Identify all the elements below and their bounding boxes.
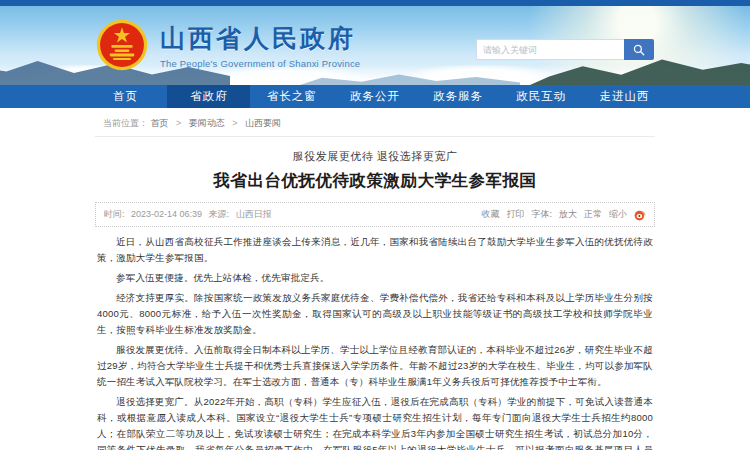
nav-item-governor-window[interactable]: 省长之窗 — [250, 85, 333, 108]
nav-item-gov-citizen-interaction[interactable]: 政民互动 — [500, 85, 583, 108]
main-navigation: 首页 省政府 省长之窗 政务公开 政务服务 政民互动 走进山西 — [0, 85, 750, 108]
content-area: 当前位置： 首页 > 要闻动态 > 山西要闻 服役发展更优待 退役选择更宽广 我… — [95, 108, 655, 450]
article-paragraph: 服役发展更优待。入伍前取得全日制本科以上学历、学士以上学位且经教育部认证的，本科… — [97, 342, 653, 390]
article-paragraph: 经济支持更厚实。除按国家统一政策发放义务兵家庭优待金、学费补偿代偿外，我省还给专… — [97, 290, 653, 338]
article-tools: 收藏 打印 字体: 放大 正常 缩小 — [481, 208, 646, 221]
search-icon — [633, 44, 645, 56]
font-size-label: 字体: — [531, 208, 552, 221]
logo-text: 山西省人民政府 The People's Government of Shanx… — [160, 22, 360, 69]
font-normal-button[interactable]: 正常 — [584, 208, 602, 221]
breadcrumb-separator: > — [232, 118, 237, 128]
article-meta-info: 时间: 2023-02-14 06:39 来源: 山西日报 — [104, 208, 276, 221]
nav-item-gov-affairs-open[interactable]: 政务公开 — [333, 85, 416, 108]
article-paragraph: 参军入伍更便捷。优先上站体检，优先审批定兵。 — [97, 270, 653, 286]
site-title: 山西省人民政府 — [160, 22, 360, 55]
search-input[interactable] — [476, 39, 624, 60]
breadcrumb-link-shanxi-news[interactable]: 山西要闻 — [245, 118, 281, 128]
article-title: 我省出台优抚优待政策激励大学生参军报国 — [95, 170, 655, 192]
nav-item-provincial-government[interactable]: 省政府 — [167, 85, 250, 108]
breadcrumb-link-news[interactable]: 要闻动态 — [189, 118, 225, 128]
national-emblem-icon — [96, 19, 148, 71]
breadcrumb-link-home[interactable]: 首页 — [151, 118, 169, 128]
site-title-english: The People's Government of Shanxi Provin… — [160, 58, 360, 69]
source-label: 来源: — [209, 209, 230, 219]
article-meta-bar: 时间: 2023-02-14 06:39 来源: 山西日报 收藏 打印 字体: … — [95, 202, 655, 227]
article-paragraph: 退役选择更宽广。从2022年开始，高职（专科）学生应征入伍，退役后在完成高职（专… — [97, 394, 653, 450]
nav-item-home[interactable]: 首页 — [84, 85, 167, 108]
breadcrumb-prefix: 当前位置： — [103, 118, 148, 128]
search-bar — [476, 39, 654, 60]
site-banner: 山西省人民政府 The People's Government of Shanx… — [0, 6, 750, 85]
article-paragraph: 近日，从山西省高校征兵工作推进座谈会上传来消息，近几年，国家和我省陆续出台了鼓励… — [97, 234, 653, 266]
breadcrumb-separator: > — [176, 118, 181, 128]
article-subtitle: 服役发展更优待 退役选择更宽广 — [95, 149, 655, 164]
site-logo[interactable]: 山西省人民政府 The People's Government of Shanx… — [96, 19, 360, 71]
source-value: 山西日报 — [236, 209, 272, 219]
search-button[interactable] — [624, 39, 654, 60]
time-label: 时间: — [104, 209, 125, 219]
print-button[interactable]: 打印 — [506, 208, 524, 221]
favorite-button[interactable]: 收藏 — [481, 208, 499, 221]
weibo-share-icon[interactable] — [634, 209, 646, 221]
article-body: 近日，从山西省高校征兵工作推进座谈会上传来消息，近几年，国家和我省陆续出台了鼓励… — [95, 227, 655, 450]
publish-time: 2023-02-14 06:39 — [131, 209, 202, 219]
font-smaller-button[interactable]: 缩小 — [609, 208, 627, 221]
breadcrumb: 当前位置： 首页 > 要闻动态 > 山西要闻 — [95, 108, 655, 137]
nav-item-gov-services[interactable]: 政务服务 — [417, 85, 500, 108]
nav-item-enter-shanxi[interactable]: 走进山西 — [583, 85, 666, 108]
font-larger-button[interactable]: 放大 — [559, 208, 577, 221]
